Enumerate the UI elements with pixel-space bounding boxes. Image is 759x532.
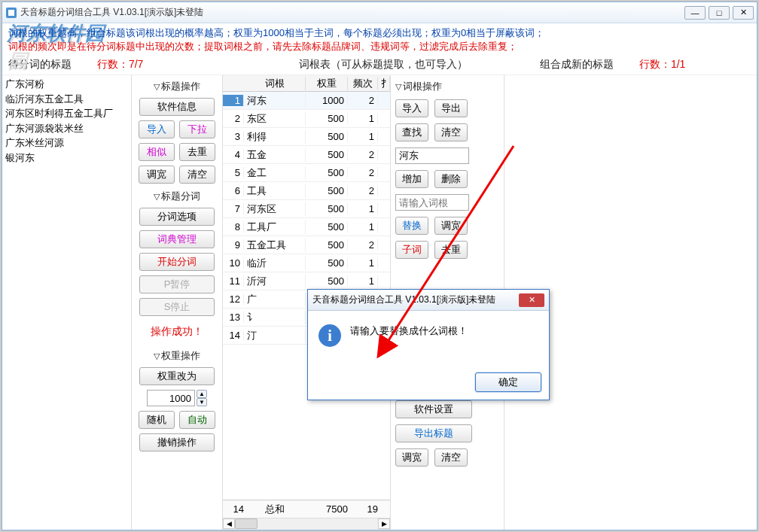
root-widen-button[interactable]: 调宽 — [434, 217, 468, 235]
clear-button[interactable]: 清空 — [179, 166, 215, 184]
cell-idx: 5 — [223, 167, 244, 178]
cell-weight: 500 — [306, 149, 348, 160]
list-item[interactable]: 银河东 — [5, 150, 128, 166]
spinner-down-icon[interactable]: ▼ — [197, 398, 207, 406]
list-item[interactable]: 广东米丝河源 — [5, 135, 128, 150]
dict-manage-button[interactable]: 词典管理 — [139, 230, 215, 248]
auto-button[interactable]: 自动 — [179, 411, 215, 429]
cell-word: 汀 — [244, 329, 306, 342]
root-dedup-button[interactable]: 去重 — [434, 241, 468, 259]
root-value-input[interactable] — [395, 147, 469, 164]
cell-idx: 12 — [223, 293, 244, 305]
cell-idx: 3 — [223, 131, 244, 142]
weight-change-button[interactable]: 权重改为 — [139, 367, 215, 385]
table-row[interactable]: 4五金5002 — [223, 146, 390, 164]
mid-header-label: 词根表（可从标题提取，也可导入） — [227, 58, 540, 71]
widen-button[interactable]: 调宽 — [139, 166, 175, 184]
cell-idx: 14 — [223, 330, 244, 341]
delete-button[interactable]: 删除 — [434, 170, 468, 188]
group-root-ops[interactable]: 词根操作 — [395, 80, 499, 93]
table-row[interactable]: 6工具5002 — [223, 182, 390, 200]
table-row[interactable]: 5金工5002 — [223, 164, 390, 182]
cell-weight: 500 — [306, 185, 348, 196]
cell-word: 利得 — [244, 130, 306, 144]
th-weight[interactable]: 权重 — [306, 77, 348, 90]
start-segment-button[interactable]: 开始分词 — [139, 253, 215, 271]
table-row[interactable]: 1河东10002 — [223, 92, 390, 110]
group-title-ops[interactable]: 标题操作 — [154, 80, 200, 93]
th-word[interactable]: 词根 — [244, 77, 306, 90]
stop-button[interactable]: S停止 — [139, 298, 215, 316]
pause-button[interactable]: P暂停 — [139, 275, 215, 293]
list-item[interactable]: 广东河源袋装米丝 — [5, 121, 128, 136]
table-row[interactable]: 10临沂5001 — [223, 254, 390, 272]
cell-idx: 8 — [223, 221, 244, 233]
tf-label: 总和 — [244, 503, 306, 516]
root-replace-input[interactable] — [395, 194, 469, 211]
list-item[interactable]: 广东河粉 — [5, 77, 128, 92]
cell-freq: 2 — [348, 95, 378, 106]
table-row[interactable]: 2东区5001 — [223, 110, 390, 128]
table-row[interactable]: 9五金工具5002 — [223, 236, 390, 254]
maximize-button[interactable]: □ — [709, 6, 730, 20]
cell-word: 临沂 — [244, 257, 306, 270]
cell-word: 东区 — [244, 112, 306, 126]
dialog-message: 请输入要替换成什么词根！ — [350, 324, 468, 338]
close-button[interactable]: ✕ — [733, 6, 754, 20]
export-title-button[interactable]: 导出标题 — [395, 424, 472, 442]
dropdown-button[interactable]: 下拉 — [179, 120, 215, 138]
cell-weight: 500 — [306, 239, 348, 251]
cell-idx: 6 — [223, 185, 244, 196]
similar-button[interactable]: 相似 — [139, 143, 175, 161]
dedup-button[interactable]: 去重 — [179, 143, 215, 161]
widen2-button[interactable]: 调宽 — [395, 448, 428, 467]
clear2-button[interactable]: 清空 — [434, 448, 468, 467]
horizontal-scrollbar[interactable]: ◀ ▶ — [223, 518, 390, 530]
table-row[interactable]: 11沂河5001 — [223, 272, 390, 290]
cell-idx: 13 — [223, 312, 244, 323]
pending-title-list[interactable]: 广东河粉 临沂河东五金工具 河东区时利得五金工具厂 广东河源袋装米丝 广东米丝河… — [2, 75, 132, 530]
scroll-right-icon[interactable]: ▶ — [378, 518, 390, 529]
add-button[interactable]: 增加 — [395, 170, 428, 188]
cell-weight: 500 — [306, 257, 348, 269]
dialog-title: 天音标题分词组合工具 V1.03.1[演示版]未登陆 — [312, 293, 519, 306]
random-button[interactable]: 随机 — [139, 411, 175, 429]
minimize-button[interactable]: — — [684, 6, 706, 20]
cell-word: 五金 — [244, 148, 306, 162]
scroll-thumb[interactable] — [235, 518, 258, 529]
cell-word: 广 — [244, 293, 306, 306]
undo-button[interactable]: 撤销操作 — [139, 433, 215, 451]
segment-options-button[interactable]: 分词选项 — [139, 208, 215, 226]
root-import-button[interactable]: 导入 — [395, 99, 428, 117]
root-export-button[interactable]: 导出 — [434, 99, 468, 117]
cell-word: 工具 — [244, 184, 306, 198]
list-item[interactable]: 临沂河东五金工具 — [5, 92, 128, 107]
th-extra[interactable]: 扌 — [378, 77, 390, 90]
replace-button[interactable]: 替换 — [395, 217, 428, 235]
weight-value-input[interactable] — [147, 390, 195, 406]
cell-weight: 500 — [306, 113, 348, 124]
group-segment[interactable]: 标题分词 — [154, 190, 200, 203]
cell-word: 河东 — [244, 94, 306, 108]
cell-idx: 11 — [223, 275, 244, 287]
find-button[interactable]: 查找 — [395, 123, 428, 141]
table-row[interactable]: 3利得5001 — [223, 128, 390, 146]
dialog-close-button[interactable]: ✕ — [519, 293, 544, 307]
scroll-left-icon[interactable]: ◀ — [223, 518, 235, 529]
th-freq[interactable]: 频次 — [348, 77, 378, 90]
tf-idx: 14 — [223, 503, 244, 515]
window-title: 天音标题分词组合工具 V1.03.1[演示版]未登陆 — [20, 6, 684, 19]
software-info-button[interactable]: 软件信息 — [139, 98, 215, 116]
group-weight[interactable]: 权重操作 — [154, 349, 200, 363]
software-settings-button[interactable]: 软件设置 — [395, 400, 472, 418]
subword-button[interactable]: 子词 — [395, 241, 428, 259]
table-row[interactable]: 7河东区5001 — [223, 200, 390, 218]
tf-weight: 7500 — [306, 503, 348, 515]
root-clear-button[interactable]: 清空 — [434, 123, 468, 141]
dialog-ok-button[interactable]: 确定 — [475, 372, 541, 392]
cell-idx: 9 — [223, 239, 244, 251]
spinner-up-icon[interactable]: ▲ — [197, 390, 207, 398]
table-row[interactable]: 8工具厂5001 — [223, 218, 390, 236]
list-item[interactable]: 河东区时利得五金工具厂 — [5, 106, 128, 121]
import-button[interactable]: 导入 — [139, 120, 175, 138]
